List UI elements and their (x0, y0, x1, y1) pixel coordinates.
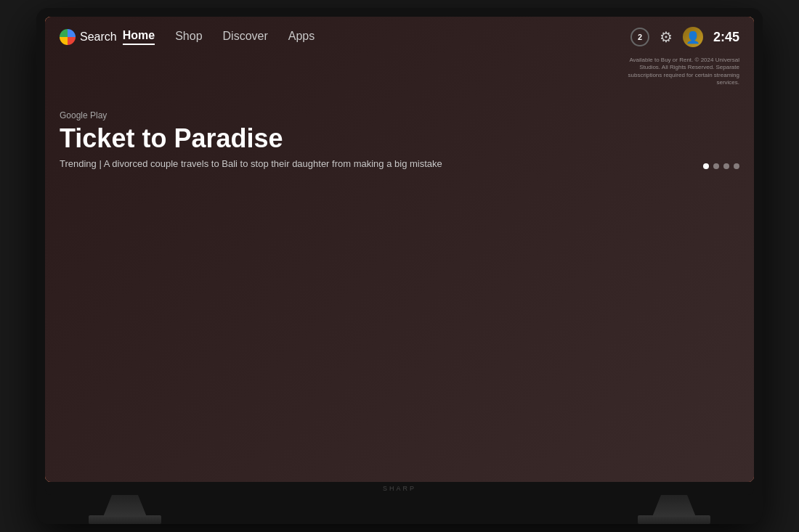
tv-frame: Search Home Shop Discover Apps 2 ⚙ (36, 8, 763, 524)
youtube-section: YouTube (60, 396, 739, 473)
tv-stand-leg-left (103, 495, 147, 517)
navigation-bar: Search Home Shop Discover Apps 2 ⚙ (45, 17, 754, 57)
hero-dot-3[interactable] (723, 163, 729, 169)
notification-icon: 2 (630, 28, 649, 46)
nav-home[interactable]: Home (123, 29, 155, 45)
main-content: Favorite Apps YouTube prime video (45, 191, 754, 482)
hero-source: Google Play (60, 110, 442, 120)
hero-disclaimer: Available to Buy or Rent. © 2024 Univers… (623, 57, 739, 87)
avatar-icon: 👤 (686, 30, 700, 44)
tv-stand (45, 495, 754, 517)
tv-bezel-bottom: SHARP (45, 482, 754, 495)
notifications-button[interactable]: 2 (630, 28, 649, 46)
nav-items: Home Shop Discover Apps (123, 29, 315, 45)
youtube-videos-row: 💝 🌈 LIVE (60, 415, 739, 473)
tv-stand-feet (45, 515, 754, 524)
avatar[interactable]: 👤 (683, 27, 703, 47)
settings-icon[interactable]: ⚙ (660, 28, 673, 46)
notification-count: 2 (638, 33, 642, 41)
clock-display: 2:45 (713, 30, 739, 45)
hero-pagination-dots (703, 163, 739, 169)
search-nav-item[interactable]: Search (60, 29, 117, 45)
hero-description: Trending | A divorced couple travels to … (60, 158, 442, 169)
nav-discover[interactable]: Discover (223, 30, 268, 44)
hero-dot-1[interactable] (703, 163, 709, 169)
tv-brand: SHARP (383, 485, 416, 492)
hero-content: Google Play Ticket to Paradise Trending … (60, 110, 442, 169)
nav-shop[interactable]: Shop (175, 30, 202, 44)
nav-apps[interactable]: Apps (288, 30, 315, 44)
hero-dot-4[interactable] (734, 163, 739, 169)
google-assistant-icon (60, 29, 76, 45)
youtube-partial[interactable] (694, 415, 740, 473)
hero-title: Ticket to Paradise (60, 123, 442, 154)
search-label: Search (80, 30, 117, 44)
hero-dot-2[interactable] (713, 163, 719, 169)
nav-right-controls: 2 ⚙ 👤 2:45 (630, 27, 739, 47)
tv-screen: Search Home Shop Discover Apps 2 ⚙ (45, 17, 754, 482)
tv-stand-leg-right (652, 495, 696, 517)
